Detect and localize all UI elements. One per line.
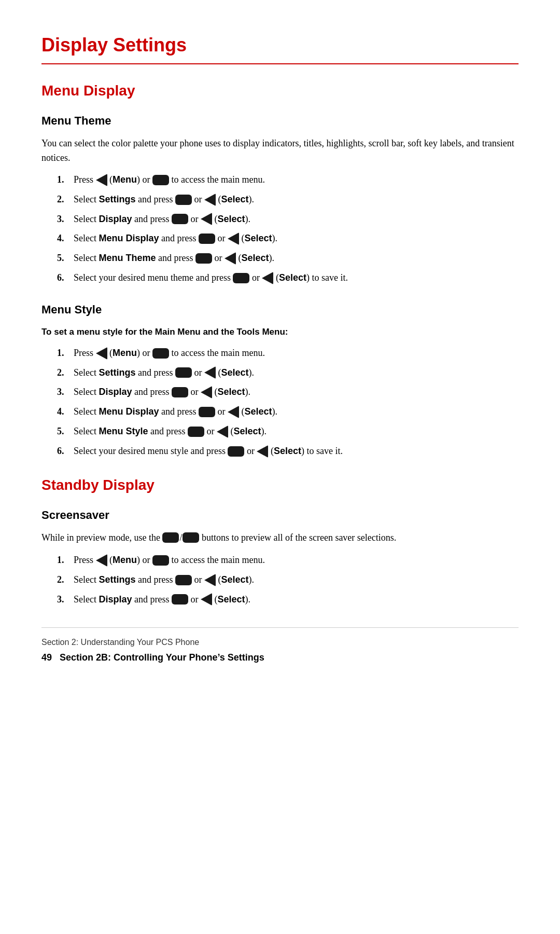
arrow-button-icon [96, 554, 107, 567]
rect-button-icon [172, 214, 188, 224]
rect-button-icon [228, 446, 244, 457]
step-item: 3. Select Display and press or (Select). [57, 385, 519, 400]
footer-page-label: 49 Section 2B: Controlling Your Phone’s … [41, 651, 519, 665]
subsection-menu-style: Menu Style To set a menu style for the M… [41, 301, 519, 459]
step-item: 1. Press (Menu) or to access the main me… [57, 346, 519, 361]
arrow-button-icon [262, 272, 273, 284]
rect-button-icon [152, 555, 169, 566]
arrow-button-icon [225, 252, 236, 265]
subsection-menu-theme: Menu Theme You can select the color pale… [41, 112, 519, 285]
step-item: 3. Select Display and press or (Select). [57, 593, 519, 607]
arrow-button-icon [257, 445, 268, 458]
rect-button-icon [188, 427, 204, 437]
rect-button-icon [152, 348, 169, 359]
section-title-menu-display: Menu Display [41, 80, 519, 102]
step-item: 4. Select Menu Display and press or (Sel… [57, 231, 519, 246]
footer-section-desc: Section 2B: Controlling Your Phone’s Set… [60, 652, 264, 663]
section-standby-display: Standby Display Screensaver While in pre… [41, 474, 519, 607]
arrow-button-icon [228, 232, 239, 245]
subsection-title-screensaver: Screensaver [41, 506, 519, 524]
menu-theme-steps: 1. Press (Menu) or to access the main me… [57, 173, 519, 285]
page-footer: Section 2: Understanding Your PCS Phone … [41, 627, 519, 665]
section-title-standby-display: Standby Display [41, 474, 519, 496]
step-item: 2. Select Settings and press or (Select)… [57, 366, 519, 380]
step-item: 2. Select Settings and press or (Select)… [57, 573, 519, 587]
screensaver-steps: 1. Press (Menu) or to access the main me… [57, 553, 519, 607]
rect-button-icon [195, 253, 212, 264]
arrow-button-icon [96, 347, 107, 360]
menu-theme-body: You can select the color palette your ph… [41, 136, 519, 166]
rect-button-icon [199, 233, 215, 244]
footer-section-label: Section 2: Understanding Your PCS Phone [41, 636, 519, 649]
arrow-button-icon [96, 174, 107, 186]
rect-button-icon [172, 594, 188, 605]
step-item: 6. Select your desired menu theme and pr… [57, 271, 519, 285]
menu-style-intro: To set a menu style for the Main Menu an… [41, 325, 519, 339]
step-item: 5. Select Menu Theme and press or (Selec… [57, 251, 519, 266]
step-item: 1. Press (Menu) or to access the main me… [57, 553, 519, 568]
rect-button-icon [175, 195, 192, 205]
subsection-title-menu-style: Menu Style [41, 301, 519, 318]
step-item: 3. Select Display and press or (Select). [57, 212, 519, 227]
arrow-button-icon [228, 406, 239, 418]
arrow-button-icon [204, 194, 216, 206]
arrow-button-icon [204, 366, 216, 379]
menu-style-steps: 1. Press (Menu) or to access the main me… [57, 346, 519, 459]
rect-button-icon [175, 367, 192, 378]
title-divider [41, 63, 519, 64]
rect-button-icon [175, 575, 192, 585]
subsection-title-menu-theme: Menu Theme [41, 112, 519, 129]
arrow-button-icon [204, 574, 216, 586]
arrow-button-icon [201, 213, 212, 225]
step-item: 2. Select Settings and press or (Select)… [57, 193, 519, 207]
arrow-button-icon [201, 386, 212, 399]
section-menu-display: Menu Display Menu Theme You can select t… [41, 80, 519, 459]
step-item: 6. Select your desired menu style and pr… [57, 444, 519, 459]
step-item: 4. Select Menu Display and press or (Sel… [57, 405, 519, 419]
step-item: 5. Select Menu Style and press or (Selec… [57, 424, 519, 439]
screensaver-body: While in preview mode, use the / buttons… [41, 531, 519, 546]
rect-button-icon [199, 407, 215, 417]
page-title: Display Settings [41, 31, 519, 59]
rect-button-icon [233, 273, 249, 283]
subsection-screensaver: Screensaver While in preview mode, use t… [41, 506, 519, 607]
footer-page-num: 49 [41, 652, 52, 663]
slash-button-icon: / [162, 531, 199, 545]
rect-button-icon [162, 532, 179, 543]
rect-button-icon [152, 175, 169, 185]
rect-button-icon [172, 387, 188, 397]
rect-button-icon [183, 532, 199, 543]
arrow-button-icon [201, 593, 212, 606]
step-item: 1. Press (Menu) or to access the main me… [57, 173, 519, 187]
arrow-button-icon [217, 425, 228, 438]
